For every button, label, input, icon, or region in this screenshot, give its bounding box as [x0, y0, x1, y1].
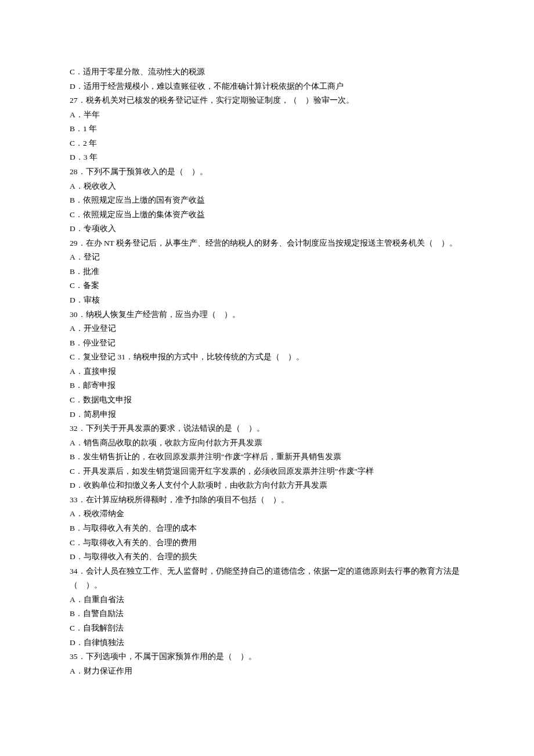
text-line: D．专项收入 [70, 222, 464, 236]
text-line: A．半年 [70, 108, 464, 123]
text-line: C．数据电文申报 [70, 393, 464, 408]
text-line: C．开具发票后，如发生销货退回需开红字发票的，必须收回原发票并注明"作废"字样 [70, 465, 464, 479]
text-line: B．与取得收入有关的、合理的成本 [70, 521, 464, 536]
text-line: B．发生销售折让的，在收回原发票并注明"作废"字样后，重新开具销售发票 [70, 450, 464, 465]
text-line: 32．下列关于开具发票的要求，说法错误的是（ ）。 [70, 422, 464, 436]
text-line: 27．税务机关对已核发的税务登记证件，实行定期验证制度，（ ）验审一次。 [70, 93, 464, 108]
text-line: 33．在计算应纳税所得额时，准予扣除的项目不包括（ ）。 [70, 493, 464, 507]
text-line: A．开业登记 [70, 322, 464, 336]
text-line: C．2 年 [70, 136, 464, 151]
text-line: D．收购单位和扣缴义务人支付个人款项时，由收款方向付款方开具发票 [70, 478, 464, 493]
text-line: B．停业登记 [70, 336, 464, 351]
text-line: D．自律慎独法 [70, 636, 464, 650]
text-line: A．销售商品收取的款项，收款方应向付款方开具发票 [70, 436, 464, 451]
text-line: B．邮寄申报 [70, 379, 464, 393]
text-line: A．直接申报 [70, 365, 464, 379]
text-line: A．自重自省法 [70, 593, 464, 607]
text-line: D．3 年 [70, 150, 464, 165]
text-line: C．备案 [70, 279, 464, 293]
text-line: 29．在办 NT 税务登记后，从事生产、经营的纳税人的财务、会计制度应当按规定报… [70, 236, 464, 251]
text-line: 30．纳税人恢复生产经营前，应当办理（ ）。 [70, 308, 464, 322]
text-line: B．1 年 [70, 122, 464, 136]
document-page: C．适用于零星分散、流动性大的税源 D．适用于经营规模小，难以查账征收，不能准确… [0, 0, 534, 713]
text-line: A．税收收入 [70, 179, 464, 194]
text-line: 35．下列选项中，不属于国家预算作用的是（ ）。 [70, 650, 464, 664]
text-line: A．登记 [70, 250, 464, 265]
text-line: D．与取得收入有关的、合理的损失 [70, 550, 464, 564]
text-line: A．税收滞纳金 [70, 507, 464, 521]
text-line: D．适用于经营规模小，难以查账征收，不能准确计算计税依据的个体工商户 [70, 80, 464, 94]
text-line: B．自警自励法 [70, 607, 464, 621]
text-line: 34．会计人员在独立工作、无人监督时，仍能坚持自己的道德信念，依据一定的道德原则… [70, 564, 464, 593]
text-line: D．审核 [70, 293, 464, 308]
text-line: C．依照规定应当上缴的集体资产收益 [70, 208, 464, 222]
text-line: C．自我解剖法 [70, 621, 464, 636]
text-line: D．简易申报 [70, 408, 464, 422]
text-line: 28．下列不属于预算收入的是（ ）。 [70, 165, 464, 179]
text-line: C．与取得收入有关的、合理的费用 [70, 536, 464, 550]
text-line: C．适用于零星分散、流动性大的税源 [70, 65, 464, 80]
text-line: B．批准 [70, 265, 464, 279]
text-line: A．财力保证作用 [70, 664, 464, 679]
text-line: C．复业登记 31．纳税申报的方式中，比较传统的方式是（ ）。 [70, 350, 464, 365]
text-line: B．依照规定应当上缴的国有资产收益 [70, 193, 464, 208]
